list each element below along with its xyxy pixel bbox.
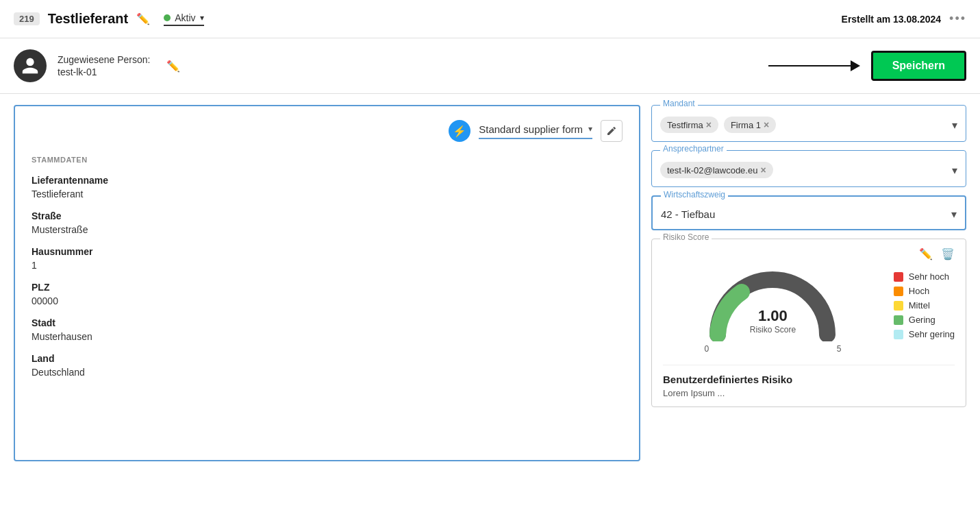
legend-label-sehr-hoch: Sehr hoch <box>909 271 949 282</box>
mandant-content: Testfirma × Firma 1 × ▾ <box>652 106 966 141</box>
mandant-tag-firma1: Firma 1 × <box>724 117 776 133</box>
gauge-score-label: Risiko Score <box>750 325 796 335</box>
legend-dot-gering <box>894 315 903 325</box>
risiko-edit-icon[interactable]: ✏️ <box>919 247 933 260</box>
mandant-tag-firma1-remove[interactable]: × <box>764 119 769 130</box>
risiko-content: ✏️ 🗑️ 1.00 Risiko Score <box>652 239 966 406</box>
right-panel: Mandant Testfirma × Firma 1 × ▾ Ansprech… <box>651 105 966 407</box>
mandant-section: Mandant Testfirma × Firma 1 × ▾ <box>651 105 966 142</box>
wirtschaftszweig-dropdown-icon[interactable]: ▾ <box>951 208 957 221</box>
status-badge[interactable]: Aktiv ▾ <box>164 12 203 26</box>
avatar <box>14 49 47 82</box>
form-selector-chevron-icon: ▾ <box>588 124 592 134</box>
assigned-edit-icon[interactable]: ✏️ <box>166 60 180 73</box>
risiko-chart-area: 1.00 Risiko Score 0 5 Sehr hoch <box>663 266 955 354</box>
wirtschaftszweig-content: 42 - Tiefbau ▾ <box>653 197 965 229</box>
ansprechpartner-tag: test-lk-02@lawcode.eu × <box>660 162 773 178</box>
legend-label-hoch: Hoch <box>909 286 929 296</box>
status-label: Aktiv <box>175 12 195 23</box>
field-label: PLZ <box>32 282 623 293</box>
ansprechpartner-tag-label: test-lk-02@lawcode.eu <box>667 165 757 175</box>
risiko-section: Risiko Score ✏️ 🗑️ 1. <box>651 239 966 407</box>
form-toolbar: ⚡ Standard supplier form ▾ <box>32 120 623 142</box>
field-group: Hausnummer1 <box>32 246 623 271</box>
flash-icon[interactable]: ⚡ <box>449 120 470 142</box>
main-content: ⚡ Standard supplier form ▾ STAMMDATEN Li… <box>0 94 980 472</box>
save-button[interactable]: Speichern <box>871 51 966 81</box>
form-selector[interactable]: Standard supplier form ▾ <box>479 123 592 139</box>
assigned-info: Zugewiesene Person: test-lk-01 <box>58 54 150 77</box>
mandant-dropdown-icon[interactable]: ▾ <box>952 119 957 132</box>
assigned-value: test-lk-01 <box>58 66 150 77</box>
field-value: Testlieferant <box>32 189 623 199</box>
field-value: Musterhausen <box>32 331 623 342</box>
legend-dot-hoch <box>894 287 903 296</box>
field-label: Straße <box>32 210 623 221</box>
arrow-icon <box>768 60 860 71</box>
field-label: Hausnummer <box>32 246 623 257</box>
form-edit-button[interactable] <box>601 120 623 142</box>
field-label: Stadt <box>32 317 623 328</box>
more-options-icon[interactable]: ••• <box>949 12 966 26</box>
legend-item-mittel: Mittel <box>894 300 955 311</box>
risiko-footer: Benutzerdefiniertes Risiko Lorem Ipsum .… <box>663 365 955 398</box>
wirtschaftszweig-value: 42 - Tiefbau <box>661 208 951 220</box>
form-selector-label: Standard supplier form <box>479 123 583 135</box>
stammdaten-label: STAMMDATEN <box>32 156 623 164</box>
legend-dot-sehr-gering <box>894 330 903 339</box>
risiko-footer-title: Benutzerdefiniertes Risiko <box>663 374 955 385</box>
risiko-legend-list: Sehr hoch Hoch Mittel Gering <box>894 266 955 339</box>
legend-item-hoch: Hoch <box>894 286 955 296</box>
ansprechpartner-legend: Ansprechpartner <box>660 144 727 154</box>
wirtschaftszweig-section: Wirtschaftszweig 42 - Tiefbau ▾ <box>651 195 966 230</box>
legend-item-sehr-hoch: Sehr hoch <box>894 271 955 282</box>
mandant-tag-firma1-label: Firma 1 <box>731 120 761 130</box>
legend-item-gering: Gering <box>894 315 955 325</box>
assigned-label: Zugewiesene Person: <box>58 54 150 65</box>
field-group: LieferantennameTestlieferant <box>32 175 623 199</box>
mandant-legend: Mandant <box>660 99 698 108</box>
field-group: StadtMusterhausen <box>32 317 623 342</box>
gauge-range-max: 5 <box>837 344 842 354</box>
risiko-footer-text: Lorem Ipsum ... <box>663 388 955 398</box>
gauge-score-value: 1.00 <box>750 307 796 325</box>
gauge-container: 1.00 Risiko Score 0 5 <box>663 266 883 354</box>
ansprechpartner-tag-remove[interactable]: × <box>760 165 766 175</box>
ansprechpartner-section: Ansprechpartner test-lk-02@lawcode.eu × … <box>651 150 966 187</box>
supplier-name: Testlieferant <box>48 11 128 27</box>
wirtschaftszweig-legend: Wirtschaftszweig <box>661 190 728 199</box>
supplier-id: 219 <box>14 12 40 25</box>
supplier-edit-icon[interactable]: ✏️ <box>136 12 150 25</box>
left-panel: ⚡ Standard supplier form ▾ STAMMDATEN Li… <box>14 105 640 461</box>
legend-dot-mittel <box>894 301 903 311</box>
header: 219 Testlieferant ✏️ Aktiv ▾ Erstellt am… <box>0 0 980 38</box>
gauge-range-min: 0 <box>704 344 709 354</box>
field-group: StraßeMusterstraße <box>32 210 623 235</box>
field-value: 00000 <box>32 295 623 306</box>
field-label: Lieferantenname <box>32 175 623 186</box>
field-value: Musterstraße <box>32 224 623 235</box>
created-date: Erstellt am 13.08.2024 <box>842 14 942 25</box>
subheader: Zugewiesene Person: test-lk-01 ✏️ Speich… <box>0 38 980 94</box>
field-value: 1 <box>32 260 623 271</box>
field-group: LandDeutschland <box>32 353 623 378</box>
mandant-tag-testfirma-remove[interactable]: × <box>706 119 712 130</box>
mandant-tag-testfirma: Testfirma × <box>660 117 718 133</box>
field-value: Deutschland <box>32 367 623 378</box>
risiko-legend: Risiko Score <box>660 232 712 242</box>
ansprechpartner-content: test-lk-02@lawcode.eu × ▾ <box>652 151 966 186</box>
gauge-score-text: 1.00 Risiko Score <box>750 307 796 335</box>
field-label: Land <box>32 353 623 364</box>
status-chevron-icon: ▾ <box>200 13 204 23</box>
ansprechpartner-dropdown-icon[interactable]: ▾ <box>952 164 957 177</box>
legend-dot-sehr-hoch <box>894 272 903 282</box>
legend-label-gering: Gering <box>909 315 935 325</box>
risiko-delete-icon[interactable]: 🗑️ <box>941 247 955 260</box>
fields-container: LieferantennameTestlieferantStraßeMuster… <box>32 175 623 378</box>
risiko-toolbar: ✏️ 🗑️ <box>663 247 955 260</box>
legend-label-sehr-gering: Sehr gering <box>909 329 955 339</box>
legend-label-mittel: Mittel <box>909 300 930 311</box>
status-dot <box>164 14 171 21</box>
legend-item-sehr-gering: Sehr gering <box>894 329 955 339</box>
mandant-tag-testfirma-label: Testfirma <box>667 120 703 130</box>
